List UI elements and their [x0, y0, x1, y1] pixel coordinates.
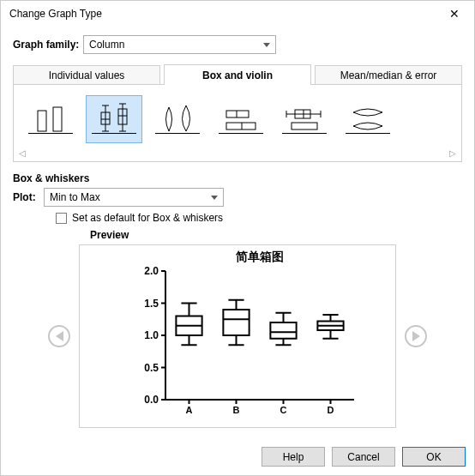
preview-chart: 简单箱图0.00.51.01.52.0ABCD: [80, 245, 397, 429]
tab-individual-values[interactable]: Individual values: [13, 65, 160, 84]
svg-text:D: D: [328, 405, 334, 415]
svg-rect-14: [226, 123, 256, 130]
svg-text:0.0: 0.0: [144, 394, 159, 406]
graph-family-label: Graph family:: [13, 39, 83, 51]
plot-row: Plot: Min to Max: [13, 188, 462, 207]
type-violin-horizontal-icon[interactable]: [340, 95, 396, 143]
preview-zone: 简单箱图0.00.51.01.52.0ABCD: [13, 244, 462, 428]
graph-type-area: ◁ ▷: [13, 85, 462, 162]
svg-rect-12: [226, 111, 249, 117]
svg-rect-0: [38, 111, 46, 131]
tab-mean-median-error[interactable]: Mean/median & error: [315, 65, 462, 84]
preview-label: Preview: [90, 229, 462, 241]
plot-label: Plot:: [13, 191, 44, 203]
svg-text:1.5: 1.5: [144, 298, 159, 310]
type-bars-thin-icon[interactable]: [22, 95, 79, 143]
button-row: Help Cancel OK: [1, 440, 474, 475]
svg-text:A: A: [186, 405, 193, 415]
graph-type-strip: [14, 85, 461, 148]
tab-strip: Individual values Box and violin Mean/me…: [13, 64, 462, 85]
default-check-row: Set as default for Box & whiskers: [56, 212, 462, 224]
ok-button[interactable]: OK: [402, 447, 466, 467]
svg-rect-21: [292, 123, 317, 130]
help-button[interactable]: Help: [262, 447, 325, 467]
plot-select[interactable]: Min to Max: [44, 188, 224, 207]
default-checkbox[interactable]: [56, 213, 67, 224]
titlebar: Change Graph Type ✕: [1, 1, 474, 27]
plot-value: Min to Max: [50, 191, 100, 203]
dialog-content: Graph family: Column Individual values B…: [1, 27, 474, 440]
preview-panel: 简单箱图0.00.51.01.52.0ABCD: [79, 244, 396, 428]
type-box-horizontal-icon[interactable]: [213, 95, 269, 143]
type-box-hwhisker-icon[interactable]: [276, 95, 333, 143]
svg-text:B: B: [233, 405, 240, 415]
close-icon[interactable]: ✕: [442, 7, 467, 21]
section-title: Box & whiskers: [13, 172, 462, 184]
type-scroll-row: ◁ ▷: [14, 148, 461, 161]
default-check-label: Set as default for Box & whiskers: [72, 212, 223, 224]
svg-text:2.0: 2.0: [144, 265, 159, 277]
type-violin-icon[interactable]: [149, 95, 206, 143]
tab-box-and-violin[interactable]: Box and violin: [164, 64, 311, 85]
svg-text:C: C: [280, 405, 287, 415]
dialog-change-graph-type: Change Graph Type ✕ Graph family: Column…: [0, 0, 475, 476]
svg-text:0.5: 0.5: [144, 362, 159, 374]
svg-rect-1: [53, 107, 62, 131]
graph-family-select[interactable]: Column: [83, 35, 276, 54]
svg-text:1.0: 1.0: [144, 329, 159, 341]
graph-family-row: Graph family: Column: [13, 35, 462, 54]
chevron-down-icon: [211, 196, 218, 200]
window-title: Change Graph Type: [9, 8, 102, 20]
svg-text:简单箱图: 简单箱图: [235, 250, 284, 263]
type-scroll-right-icon[interactable]: ▷: [449, 148, 456, 158]
svg-rect-52: [270, 322, 296, 339]
preview-next-button[interactable]: [405, 325, 427, 347]
type-box-vertical-icon[interactable]: [86, 95, 142, 143]
type-scroll-left-icon[interactable]: ◁: [19, 148, 26, 158]
svg-rect-45: [223, 310, 249, 335]
chevron-down-icon: [263, 43, 270, 47]
graph-family-value: Column: [89, 39, 124, 51]
preview-prev-button[interactable]: [48, 325, 70, 347]
cancel-button[interactable]: Cancel: [332, 447, 395, 467]
